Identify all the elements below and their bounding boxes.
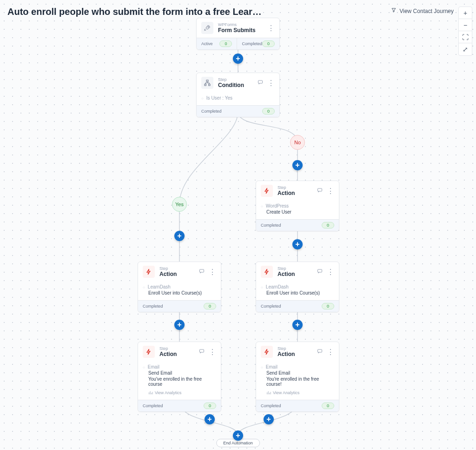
action-detail: Send Email — [266, 370, 334, 376]
branch-no-badge: No — [290, 135, 305, 150]
action-source: LearnDash — [148, 284, 216, 289]
node-title: Action — [278, 190, 312, 196]
completed-count-pill: 0 — [262, 40, 275, 47]
add-step-button[interactable]: + — [205, 414, 215, 424]
svg-point-0 — [208, 27, 209, 27]
node-subtitle: Step — [278, 266, 312, 271]
node-subtitle: Step — [218, 77, 252, 82]
more-icon[interactable]: ⋮ — [327, 348, 334, 356]
add-step-button[interactable]: + — [292, 239, 303, 249]
zoom-fit-button[interactable]: ⛶ — [459, 31, 472, 43]
email-subject: You've enrolled in the free course — [148, 376, 216, 387]
node-footer: Completed 0 — [256, 400, 339, 411]
action-source: LearnDash — [266, 284, 334, 289]
svg-rect-9 — [318, 349, 322, 352]
trigger-node[interactable]: WPForms Form Submits ⋮ Active 0 Complete… — [196, 18, 280, 50]
node-title: Form Submits — [218, 27, 263, 34]
condition-detail: Is User : Yes — [207, 95, 275, 101]
more-icon[interactable]: ⋮ — [327, 268, 334, 276]
zoom-panel: + − ⛶ ⤢ — [458, 7, 472, 56]
svg-rect-4 — [258, 81, 263, 83]
comment-icon[interactable] — [198, 348, 205, 356]
bolt-icon — [143, 266, 155, 278]
zoom-out-button[interactable]: − — [459, 19, 472, 31]
action-source: Email — [266, 364, 334, 369]
node-footer: Completed 0 — [256, 219, 339, 231]
completed-count-pill: 0 — [322, 303, 334, 309]
node-subtitle: WPForms — [218, 22, 263, 27]
page-title: Auto enroll people who submit the form i… — [7, 7, 262, 17]
bolt-icon — [261, 266, 273, 278]
comment-icon[interactable] — [198, 268, 205, 276]
svg-rect-5 — [318, 188, 322, 191]
svg-rect-8 — [200, 349, 204, 352]
node-subtitle: Step — [278, 346, 312, 351]
node-footer: Completed 0 — [138, 400, 221, 411]
rocket-icon — [201, 22, 213, 34]
svg-rect-6 — [200, 269, 204, 272]
node-footer: Completed 0 — [197, 105, 279, 117]
more-icon[interactable]: ⋮ — [209, 268, 216, 276]
email-subject: You're enrolled in the free course! — [266, 376, 334, 387]
completed-count-pill: 0 — [204, 403, 216, 409]
action-detail: Enroll User into Course(s) — [148, 290, 216, 296]
add-step-button[interactable]: + — [292, 160, 303, 170]
add-step-button[interactable]: + — [292, 320, 303, 330]
completed-count-pill: 0 — [204, 303, 216, 309]
connector-lines — [0, 0, 476, 450]
svg-rect-2 — [205, 84, 206, 86]
action-detail: Send Email — [148, 370, 216, 376]
node-footer: Completed 0 — [256, 300, 339, 312]
view-analytics-link[interactable]: View Analytics — [148, 390, 216, 395]
completed-count-pill: 0 — [322, 222, 334, 228]
more-icon[interactable]: ⋮ — [267, 24, 275, 33]
node-title: Action — [278, 271, 312, 277]
zoom-in-button[interactable]: + — [459, 7, 472, 19]
node-title: Action — [159, 271, 194, 277]
node-title: Condition — [218, 82, 252, 88]
action-create-user-node[interactable]: Step Action ⋮ WordPress Create User Comp… — [256, 181, 339, 231]
more-icon[interactable]: ⋮ — [209, 348, 216, 356]
active-count-pill: 0 — [219, 40, 232, 47]
action-detail: Enroll User into Course(s) — [266, 290, 334, 296]
node-subtitle: Step — [159, 266, 194, 271]
action-source: Email — [148, 364, 216, 369]
action-enroll-right-node[interactable]: Step Action ⋮ LearnDash Enroll User into… — [256, 262, 339, 312]
add-step-button[interactable]: + — [174, 231, 185, 241]
zoom-expand-button[interactable]: ⤢ — [459, 43, 472, 55]
sitemap-icon — [201, 77, 213, 89]
condition-node[interactable]: Step Condition ⋮ Is User : Yes Completed… — [196, 73, 280, 117]
svg-rect-7 — [318, 269, 322, 272]
more-icon[interactable]: ⋮ — [267, 79, 275, 87]
node-footer: Completed 0 — [138, 300, 221, 312]
action-email-right-node[interactable]: Step Action ⋮ Email Send Email You're en… — [256, 342, 339, 412]
node-title: Action — [278, 351, 312, 357]
comment-icon[interactable] — [317, 268, 323, 276]
funnel-icon — [391, 7, 397, 14]
action-enroll-left-node[interactable]: Step Action ⋮ LearnDash Enroll User into… — [138, 262, 221, 312]
action-source: WordPress — [266, 203, 334, 208]
branch-yes-badge: Yes — [172, 197, 187, 212]
comment-icon[interactable] — [317, 187, 323, 195]
bolt-icon — [143, 346, 155, 358]
add-step-button[interactable]: + — [233, 430, 243, 441]
node-subtitle: Step — [278, 185, 312, 190]
bolt-icon — [261, 346, 273, 358]
comment-icon[interactable] — [257, 79, 264, 87]
node-title: Action — [159, 351, 194, 357]
action-detail: Create User — [266, 209, 334, 215]
node-footer: Active 0 Completed 0 — [197, 38, 279, 49]
svg-rect-1 — [206, 80, 208, 81]
view-analytics-link[interactable]: View Analytics — [266, 390, 334, 395]
add-step-button[interactable]: + — [264, 414, 274, 424]
add-step-button[interactable]: + — [174, 320, 185, 330]
action-email-left-node[interactable]: Step Action ⋮ Email Send Email You've en… — [138, 342, 221, 412]
node-subtitle: Step — [159, 346, 194, 351]
comment-icon[interactable] — [317, 348, 323, 356]
bolt-icon — [261, 185, 273, 197]
more-icon[interactable]: ⋮ — [327, 187, 334, 195]
view-contact-journey-link[interactable]: View Contact Journey — [391, 7, 454, 14]
add-step-button[interactable]: + — [233, 54, 243, 64]
completed-count-pill: 0 — [262, 108, 275, 114]
svg-rect-3 — [209, 84, 210, 86]
